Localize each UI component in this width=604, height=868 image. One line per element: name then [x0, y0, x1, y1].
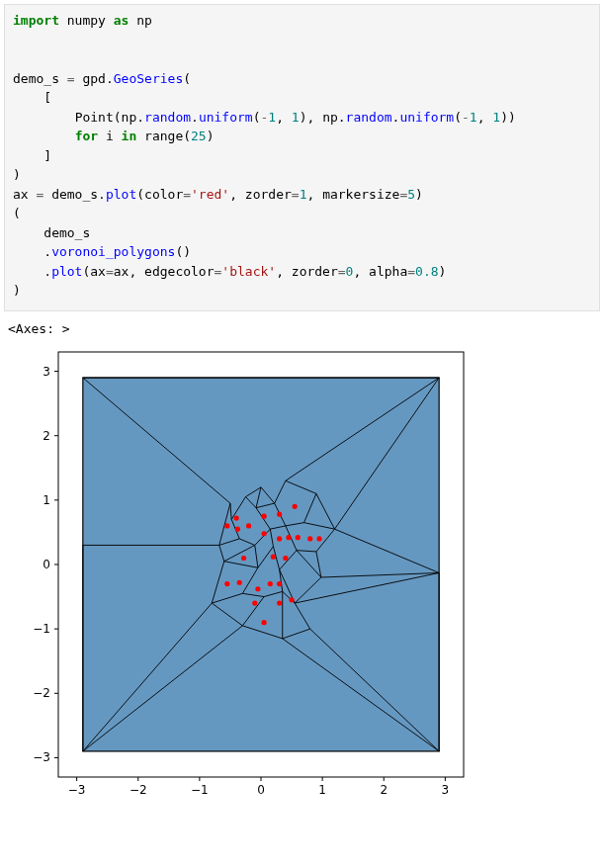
svg-text:2: 2	[43, 428, 50, 442]
svg-point-88	[252, 600, 257, 605]
kw-for: for	[75, 129, 98, 143]
svg-text:3: 3	[43, 364, 50, 378]
svg-point-71	[277, 511, 282, 516]
svg-text:0: 0	[43, 558, 50, 571]
svg-text:1: 1	[318, 783, 326, 797]
svg-text:2: 2	[380, 783, 388, 797]
svg-point-68	[246, 523, 251, 528]
kw-as: as	[114, 13, 129, 28]
mod-numpy: numpy	[67, 13, 106, 28]
svg-point-65	[224, 523, 229, 528]
voronoi-plot: −3−2−10123−3−2−10123	[4, 342, 478, 797]
svg-point-78	[241, 555, 246, 560]
svg-point-77	[316, 536, 321, 541]
svg-point-79	[271, 554, 276, 559]
svg-point-82	[237, 579, 242, 584]
svg-point-80	[283, 555, 288, 560]
svg-point-81	[224, 580, 229, 585]
kw-import: import	[13, 13, 59, 28]
svg-point-67	[235, 526, 240, 531]
mod-gpd: gpd	[82, 71, 105, 86]
output-repr: <Axes: >	[4, 311, 600, 342]
svg-point-84	[268, 580, 273, 585]
op-eq: =	[59, 71, 82, 86]
svg-point-73	[277, 536, 282, 541]
var-ax: ax	[13, 187, 29, 202]
svg-point-75	[296, 535, 301, 540]
svg-text:−1: −1	[191, 783, 209, 797]
svg-point-70	[262, 513, 267, 518]
code-cell: import numpy as np demo_s = gpd.GeoSerie…	[4, 4, 600, 311]
svg-rect-1	[83, 378, 439, 751]
svg-point-89	[262, 620, 267, 625]
svg-point-83	[255, 586, 260, 591]
svg-point-87	[277, 600, 282, 605]
svg-point-72	[293, 503, 298, 508]
cls-point: Point	[75, 110, 114, 125]
alias-np: np	[136, 13, 152, 28]
svg-point-74	[286, 535, 291, 540]
svg-point-85	[277, 580, 282, 585]
svg-text:−3: −3	[33, 750, 50, 764]
svg-text:−2: −2	[33, 686, 50, 700]
svg-point-86	[289, 597, 294, 602]
svg-text:1: 1	[43, 492, 50, 506]
svg-point-69	[262, 531, 267, 536]
plot-output: −3−2−10123−3−2−10123	[4, 342, 600, 797]
svg-text:0: 0	[257, 783, 265, 797]
svg-text:−3: −3	[68, 783, 86, 797]
svg-text:−1: −1	[33, 622, 50, 636]
svg-point-66	[234, 515, 239, 520]
var-demo-s: demo_s	[13, 71, 59, 86]
kw-in: in	[122, 129, 137, 143]
svg-text:3: 3	[442, 783, 450, 797]
cls-geoseries: GeoSeries	[114, 71, 183, 86]
svg-text:−2: −2	[129, 783, 147, 797]
svg-point-76	[307, 536, 312, 541]
